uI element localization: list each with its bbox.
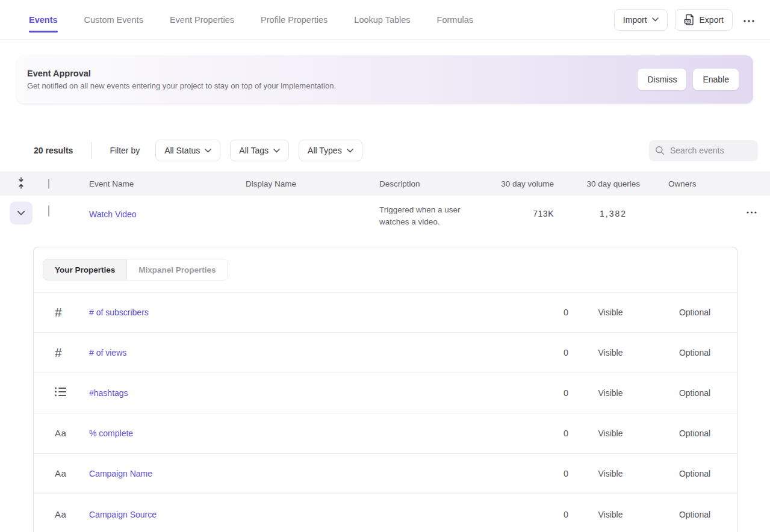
property-row: # # of views 0 Visible Optional (34, 333, 737, 373)
search-input[interactable] (670, 146, 752, 155)
volume-cell: 713K (494, 196, 554, 218)
status-filter-dropdown[interactable]: All Status (155, 140, 220, 161)
svg-text:csv: csv (685, 20, 690, 23)
property-visibility: Visible (568, 348, 653, 357)
select-all-checkbox[interactable] (48, 179, 49, 189)
property-value: 0 (508, 348, 568, 357)
properties-tab-group: Your Properties Mixpanel Properties (43, 259, 228, 280)
tab-event-properties[interactable]: Event Properties (170, 0, 234, 39)
table-header: Event Name Display Name Description 30 d… (0, 172, 770, 196)
ellipsis-icon (747, 211, 757, 214)
property-requirement: Optional (653, 428, 737, 438)
property-row: Aa Campaign Source 0 Visible Optional (34, 494, 737, 532)
property-value: 0 (508, 308, 568, 317)
export-button[interactable]: csv Export (675, 9, 733, 31)
collapse-row-button[interactable] (10, 202, 33, 224)
top-nav: Events Custom Events Event Properties Pr… (0, 0, 770, 40)
filter-by-label: Filter by (110, 146, 140, 155)
divider (91, 142, 92, 159)
table-row: Watch Video Triggered when a user watche… (0, 196, 770, 238)
column-owners: Owners (640, 179, 733, 188)
property-value: 0 (508, 510, 568, 519)
row-checkbox[interactable] (48, 205, 49, 217)
csv-file-icon: csv (684, 14, 695, 25)
enable-button[interactable]: Enable (693, 69, 739, 90)
tab-formulas[interactable]: Formulas (437, 0, 473, 39)
property-value: 0 (508, 469, 568, 478)
nav-tabs: Events Custom Events Event Properties Pr… (29, 0, 473, 39)
search-box (649, 140, 758, 161)
property-visibility: Visible (568, 308, 653, 317)
property-requirement: Optional (653, 348, 737, 357)
column-description: Description (379, 179, 494, 188)
banner-title: Event Approval (27, 69, 336, 78)
tags-filter-label: All Tags (239, 146, 269, 155)
tab-events[interactable]: Events (29, 0, 58, 39)
chevron-down-icon (652, 17, 659, 22)
import-button[interactable]: Import (614, 9, 668, 31)
property-row: #hashtags 0 Visible Optional (34, 373, 737, 413)
more-menu-button[interactable] (740, 13, 758, 26)
collapse-all-icon[interactable] (17, 177, 25, 189)
row-menu-button[interactable] (743, 204, 760, 218)
property-row: # # of subscribers 0 Visible Optional (34, 292, 737, 333)
filter-bar: 20 results Filter by All Status All Tags… (34, 140, 758, 161)
import-label: Import (623, 15, 647, 25)
property-visibility: Visible (568, 428, 653, 438)
event-name-link[interactable]: Watch Video (89, 209, 137, 219)
property-requirement: Optional (653, 308, 737, 317)
chevron-down-icon (205, 149, 211, 153)
property-name-link[interactable]: Campaign Name (89, 469, 152, 478)
property-visibility: Visible (568, 388, 653, 398)
ellipsis-icon (744, 20, 754, 22)
results-count: 20 results (34, 146, 73, 155)
description-cell: Triggered when a user watches a video. (379, 196, 494, 228)
search-icon (655, 146, 665, 155)
number-type-icon: # (55, 345, 62, 359)
chevron-down-icon (347, 149, 353, 153)
tab-custom-events[interactable]: Custom Events (84, 0, 143, 39)
export-label: Export (700, 15, 724, 25)
column-display-name: Display Name (246, 179, 379, 188)
property-visibility: Visible (568, 510, 653, 519)
queries-cell: 1,382 (554, 196, 640, 218)
list-type-icon (55, 387, 66, 397)
tab-lookup-tables[interactable]: Lookup Tables (354, 0, 410, 39)
property-requirement: Optional (653, 469, 737, 478)
status-filter-label: All Status (164, 146, 200, 155)
dismiss-button[interactable]: Dismiss (638, 69, 686, 90)
property-name-link[interactable]: Campaign Source (89, 510, 157, 519)
chevron-down-icon (273, 149, 280, 153)
banner-subtitle: Get notified on all new events entering … (27, 81, 336, 90)
types-filter-dropdown[interactable]: All Types (299, 140, 362, 161)
column-30-day-queries: 30 day queries (554, 179, 640, 188)
property-row: Aa % complete 0 Visible Optional (34, 413, 737, 454)
tab-your-properties[interactable]: Your Properties (43, 259, 127, 280)
property-name-link[interactable]: # of subscribers (89, 308, 149, 317)
column-30-day-volume: 30 day volume (494, 179, 554, 188)
text-type-icon: Aa (55, 509, 66, 519)
property-name-link[interactable]: #hashtags (89, 388, 128, 398)
text-type-icon: Aa (55, 428, 66, 438)
tags-filter-dropdown[interactable]: All Tags (230, 140, 289, 161)
property-row: Aa Campaign Name 0 Visible Optional (34, 454, 737, 494)
types-filter-label: All Types (308, 146, 342, 155)
chevron-down-icon (17, 211, 25, 215)
property-value: 0 (508, 428, 568, 438)
property-requirement: Optional (653, 388, 737, 398)
property-value: 0 (508, 388, 568, 398)
properties-panel: Your Properties Mixpanel Properties # # … (33, 247, 737, 532)
number-type-icon: # (55, 305, 62, 319)
event-approval-banner: Event Approval Get notified on all new e… (17, 55, 753, 104)
property-name-link[interactable]: % complete (89, 428, 133, 438)
text-type-icon: Aa (55, 468, 66, 478)
tab-mixpanel-properties[interactable]: Mixpanel Properties (127, 259, 227, 280)
property-name-link[interactable]: # of views (89, 348, 126, 357)
tab-profile-properties[interactable]: Profile Properties (261, 0, 328, 39)
property-requirement: Optional (653, 510, 737, 519)
column-event-name: Event Name (89, 179, 246, 188)
property-visibility: Visible (568, 469, 653, 478)
